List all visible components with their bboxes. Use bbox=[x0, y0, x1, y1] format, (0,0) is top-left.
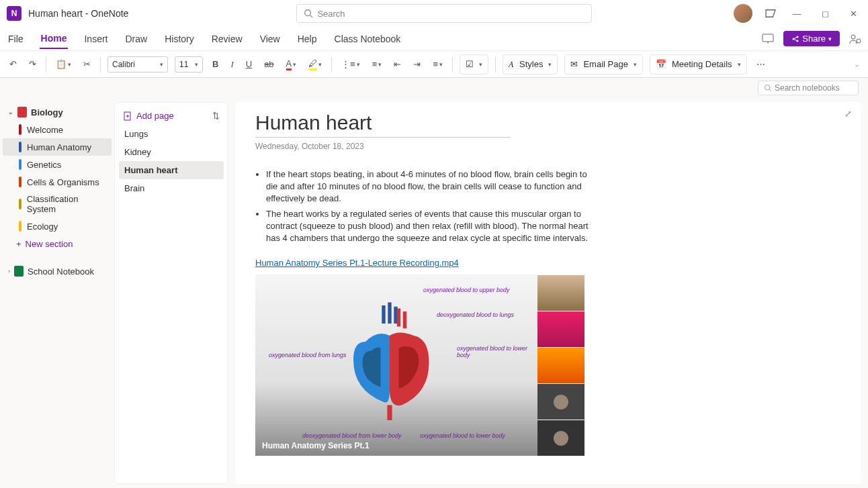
format-painter-button[interactable]: ✂ bbox=[81, 58, 93, 70]
expand-icon[interactable]: ⤢ bbox=[844, 109, 852, 119]
add-page-icon bbox=[123, 111, 132, 121]
global-search-input[interactable]: Search bbox=[296, 4, 592, 23]
notebook-icon bbox=[14, 266, 24, 277]
search-notebooks-row: Search notebooks bbox=[0, 78, 868, 98]
menu-review[interactable]: Review bbox=[210, 30, 244, 48]
participant-thumb[interactable] bbox=[537, 311, 584, 347]
onenote-app-icon: N bbox=[7, 6, 21, 21]
notebook-school[interactable]: › School Notebook bbox=[3, 262, 112, 280]
search-notebooks-input[interactable]: Search notebooks bbox=[758, 81, 859, 95]
svg-point-9 bbox=[851, 35, 855, 39]
paste-button[interactable]: 📋▾ bbox=[53, 58, 74, 70]
plus-icon: + bbox=[16, 239, 21, 249]
present-icon[interactable] bbox=[762, 34, 774, 44]
notebook-icon bbox=[17, 107, 27, 117]
video-caption: Human Anatomy Series Pt.1 bbox=[262, 441, 370, 450]
chevron-down-icon: ⌄ bbox=[8, 109, 13, 115]
section-ecology[interactable]: Ecology bbox=[3, 217, 112, 235]
menu-history[interactable]: History bbox=[163, 30, 196, 48]
page-brain[interactable]: Brain bbox=[119, 179, 224, 197]
page-date: Wednesday, October 18, 2023 bbox=[255, 142, 841, 151]
bullet-list-button[interactable]: ⋮≡▾ bbox=[339, 58, 363, 70]
menu-insert[interactable]: Insert bbox=[83, 30, 109, 48]
page-human-heart[interactable]: Human heart bbox=[119, 161, 224, 179]
workspace: ⌄ Biology Welcome Human Anatomy Genetics… bbox=[0, 98, 868, 488]
svg-rect-2 bbox=[763, 34, 773, 42]
styles-button[interactable]: 𝐴 Styles▾ bbox=[503, 54, 558, 75]
svg-line-7 bbox=[794, 37, 797, 38]
svg-line-8 bbox=[794, 39, 797, 40]
font-family-select[interactable]: Calibri▾ bbox=[107, 56, 168, 72]
strikethrough-button[interactable]: ab bbox=[261, 58, 276, 70]
redo-button[interactable]: ↷ bbox=[26, 58, 39, 70]
indent-button[interactable]: ⇥ bbox=[410, 58, 423, 70]
section-welcome[interactable]: Welcome bbox=[3, 121, 112, 138]
underline-button[interactable]: U bbox=[243, 58, 255, 70]
email-page-button[interactable]: ✉ Email Page▾ bbox=[564, 54, 642, 75]
notebook-sidebar: ⌄ Biology Welcome Human Anatomy Genetics… bbox=[0, 98, 114, 488]
page-title[interactable]: Human heart bbox=[255, 111, 511, 138]
font-color-button[interactable]: A▾ bbox=[284, 57, 300, 72]
participant-thumb[interactable] bbox=[537, 275, 584, 311]
menubar: File Home Insert Draw History Review Vie… bbox=[0, 27, 868, 51]
note-bullets[interactable]: If the heart stops beating, in about 4-6… bbox=[255, 168, 591, 244]
ribbon: ↶ ↷ 📋▾ ✂ Calibri▾ 11▾ B I U ab A▾ 🖊▾ ⋮≡▾… bbox=[0, 51, 868, 78]
video-embed[interactable]: oxygenated blood to upper body deoxygena… bbox=[255, 275, 584, 456]
share-button[interactable]: Share ▾ bbox=[783, 31, 840, 46]
font-size-select[interactable]: 11▾ bbox=[175, 56, 203, 72]
chevron-right-icon: › bbox=[8, 268, 10, 275]
undo-button[interactable]: ↶ bbox=[7, 58, 19, 70]
section-human-anatomy[interactable]: Human Anatomy bbox=[3, 138, 112, 156]
menu-help[interactable]: Help bbox=[296, 30, 318, 48]
sort-icon[interactable]: ⇅ bbox=[212, 111, 220, 121]
outdent-button[interactable]: ⇤ bbox=[391, 58, 404, 70]
minimize-button[interactable]: — bbox=[789, 9, 805, 19]
page-kidney[interactable]: Kidney bbox=[119, 143, 224, 161]
participant-thumb[interactable] bbox=[537, 383, 584, 420]
lecture-recording-link[interactable]: Human Anatomy Series Pt.1-Lecture Record… bbox=[255, 258, 459, 268]
ribbon-collapse-button[interactable]: ⌵ bbox=[853, 60, 861, 69]
svg-point-11 bbox=[765, 85, 771, 91]
align-button[interactable]: ≡▾ bbox=[430, 58, 445, 70]
new-section-button[interactable]: +New section bbox=[3, 235, 112, 253]
section-genetics[interactable]: Genetics bbox=[3, 156, 112, 173]
bullet-item[interactable]: If the heart stops beating, in about 4-6… bbox=[266, 168, 591, 205]
svg-line-12 bbox=[769, 89, 771, 91]
video-main-frame[interactable]: oxygenated blood to upper body deoxygena… bbox=[255, 275, 537, 456]
meeting-details-button[interactable]: 📅 Meeting Details▾ bbox=[650, 54, 747, 75]
menu-class-notebook[interactable]: Class Notebook bbox=[333, 30, 402, 48]
window-title: Human heart - OneNote bbox=[28, 8, 128, 19]
video-participants bbox=[537, 275, 584, 456]
person-sync-icon[interactable] bbox=[849, 34, 861, 44]
user-avatar[interactable] bbox=[734, 4, 752, 23]
participant-thumb[interactable] bbox=[537, 420, 584, 456]
section-classification[interactable]: Classification System bbox=[3, 191, 112, 217]
heart-diagram bbox=[329, 293, 450, 426]
search-placeholder: Search bbox=[317, 9, 345, 19]
tag-group[interactable]: ☑▾ bbox=[460, 54, 488, 75]
titlebar: N Human heart - OneNote Search — ◻ ✕ bbox=[0, 0, 868, 27]
bullet-item[interactable]: The heart works by a regulated series of… bbox=[266, 208, 591, 245]
maximize-button[interactable]: ◻ bbox=[817, 9, 833, 19]
bold-button[interactable]: B bbox=[210, 58, 221, 70]
notification-icon[interactable] bbox=[765, 9, 777, 18]
close-button[interactable]: ✕ bbox=[845, 9, 861, 19]
highlight-button[interactable]: 🖊▾ bbox=[306, 57, 324, 72]
page-list: Add page ⇅ Lungs Kidney Human heart Brai… bbox=[114, 102, 228, 484]
number-list-button[interactable]: ≡▾ bbox=[370, 58, 385, 70]
section-cells-organisms[interactable]: Cells & Organisms bbox=[3, 173, 112, 191]
add-page-button[interactable]: Add page ⇅ bbox=[119, 107, 224, 125]
more-commands-button[interactable]: ⋯ bbox=[754, 58, 768, 70]
menu-file[interactable]: File bbox=[7, 30, 25, 48]
svg-point-10 bbox=[857, 39, 861, 43]
menu-home[interactable]: Home bbox=[40, 29, 69, 49]
page-canvas[interactable]: ⤢ Human heart Wednesday, October 18, 202… bbox=[235, 102, 861, 484]
share-icon bbox=[791, 35, 799, 43]
svg-point-0 bbox=[305, 10, 311, 16]
participant-thumb[interactable] bbox=[537, 347, 584, 383]
page-lungs[interactable]: Lungs bbox=[119, 125, 224, 143]
menu-view[interactable]: View bbox=[259, 30, 281, 48]
menu-draw[interactable]: Draw bbox=[124, 30, 148, 48]
notebook-biology[interactable]: ⌄ Biology bbox=[3, 103, 112, 121]
italic-button[interactable]: I bbox=[228, 58, 236, 71]
